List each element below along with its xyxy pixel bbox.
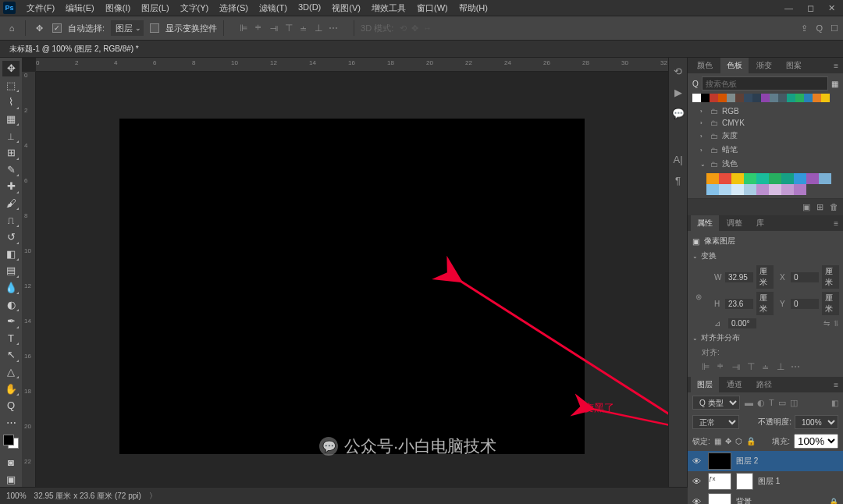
eyedropper-tool[interactable]: ✎ <box>2 162 20 178</box>
layer-row[interactable]: 👁图层 2 <box>688 451 843 471</box>
swatch-grid-icon[interactable]: ▦ <box>831 80 838 88</box>
tab-patterns[interactable]: 图案 <box>780 58 808 73</box>
x-field[interactable]: 0 <box>791 272 819 282</box>
tab-libraries[interactable]: 库 <box>750 215 770 231</box>
layer-row[interactable]: 👁ƒx图层 1 <box>688 471 843 492</box>
align-left-icon[interactable]: ⊫ <box>240 23 247 34</box>
filter-type-icon[interactable]: T <box>769 398 774 408</box>
menu-help[interactable]: 帮助(H) <box>454 1 493 16</box>
pen-tool[interactable]: ✒ <box>2 314 20 329</box>
new-swatch-icon[interactable]: ⊞ <box>816 202 823 212</box>
menu-type[interactable]: 文字(Y) <box>176 1 214 16</box>
screen-mode-tool[interactable]: ▣ <box>2 471 20 487</box>
filter-toggle[interactable]: ◧ <box>831 399 838 407</box>
object-select-tool[interactable]: ▦ <box>2 112 20 127</box>
menu-file[interactable]: 文件(F) <box>22 1 59 16</box>
menu-plugins[interactable]: 增效工具 <box>367 1 411 16</box>
swatch[interactable] <box>787 94 795 102</box>
align-vcenter-icon[interactable]: ⫨ <box>761 361 770 372</box>
tab-swatches[interactable]: 色板 <box>720 58 749 73</box>
layer-name[interactable]: 背景 <box>736 496 752 504</box>
swatch[interactable] <box>781 173 794 184</box>
menu-layer[interactable]: 图层(L) <box>137 1 173 16</box>
menu-edit[interactable]: 编辑(E) <box>61 1 99 16</box>
panel-menu-icon[interactable]: ≡ <box>827 378 843 392</box>
swatch[interactable] <box>719 184 731 195</box>
width-field[interactable]: 32.95 <box>725 272 753 282</box>
swatch[interactable] <box>804 94 813 102</box>
minimize-button[interactable]: — <box>784 3 793 13</box>
tab-gradients[interactable]: 渐变 <box>750 58 778 73</box>
swatch[interactable] <box>819 173 831 184</box>
new-group-icon[interactable]: ▣ <box>802 202 810 212</box>
dodge-tool[interactable]: ◐ <box>2 296 20 312</box>
swatch[interactable] <box>806 173 819 184</box>
visibility-toggle[interactable]: 👁 <box>692 497 703 504</box>
layer-thumbnail[interactable] <box>708 453 731 470</box>
filter-smart-icon[interactable]: ◫ <box>790 398 798 408</box>
lock-pixels-icon[interactable]: ▦ <box>714 437 721 445</box>
path-select-tool[interactable]: ↖ <box>2 347 20 363</box>
swatch[interactable] <box>692 94 701 102</box>
swatch[interactable] <box>719 173 731 184</box>
color-swatches[interactable] <box>3 435 19 449</box>
stamp-tool[interactable]: ⎍ <box>2 212 20 228</box>
align-bottom-icon[interactable]: ⊥ <box>315 23 322 34</box>
blend-mode-dropdown[interactable]: 正常 <box>692 415 739 429</box>
shape-tool[interactable]: △ <box>2 364 20 380</box>
menu-select[interactable]: 选择(S) <box>215 1 253 16</box>
hand-tool[interactable]: ✋ <box>2 381 20 396</box>
align-hcenter-icon[interactable]: ⫩ <box>716 361 725 372</box>
flip-v-icon[interactable]: ⥮ <box>833 319 839 328</box>
swatch[interactable] <box>706 173 719 184</box>
height-field[interactable]: 23.6 <box>725 299 753 309</box>
search-icon[interactable]: Q <box>816 23 823 34</box>
swatch-search-input[interactable] <box>702 76 828 91</box>
brush-tool[interactable]: 🖌 <box>2 196 20 211</box>
delete-swatch-icon[interactable]: 🗑 <box>830 202 838 212</box>
transform-section-label[interactable]: 变换 <box>701 250 717 261</box>
swatch-folder[interactable]: ⌄🗀浅色 <box>692 157 838 171</box>
swatch-folder[interactable]: ›🗀RGB <box>692 105 838 117</box>
swatch[interactable] <box>744 94 752 102</box>
auto-select-dropdown[interactable]: 图层 <box>111 20 144 36</box>
paragraph-panel-icon[interactable]: ¶ <box>675 175 681 186</box>
fill-dropdown[interactable]: 100% <box>794 434 838 449</box>
filter-pixel-icon[interactable]: ▬ <box>745 398 753 408</box>
swatch[interactable] <box>813 94 821 102</box>
swatch[interactable] <box>756 173 769 184</box>
swatch[interactable] <box>794 184 806 195</box>
document-info[interactable]: 32.95 厘米 x 23.6 厘米 (72 ppi) <box>34 491 141 502</box>
opacity-dropdown[interactable]: 100% <box>795 415 838 429</box>
tab-adjustments[interactable]: 调整 <box>720 215 749 231</box>
workspace-icon[interactable]: ☐ <box>831 23 838 34</box>
tab-paths[interactable]: 路径 <box>750 377 778 392</box>
frame-tool[interactable]: ⊞ <box>2 145 20 161</box>
swatch[interactable] <box>744 173 756 184</box>
swatch[interactable] <box>731 184 744 195</box>
menu-window[interactable]: 窗口(W) <box>412 1 453 16</box>
tab-color[interactable]: 颜色 <box>691 58 719 73</box>
share-icon[interactable]: ⇪ <box>801 23 808 34</box>
lock-all-icon[interactable]: 🔒 <box>746 437 756 445</box>
character-panel-icon[interactable]: A| <box>673 154 682 165</box>
more-align-icon[interactable]: ⋯ <box>329 23 338 34</box>
canvas[interactable] <box>119 119 585 454</box>
blur-tool[interactable]: 💧 <box>2 280 20 296</box>
comments-panel-icon[interactable]: 💬 <box>672 108 685 119</box>
eraser-tool[interactable]: ◧ <box>2 247 20 262</box>
swatch[interactable] <box>706 184 719 195</box>
swatch[interactable] <box>761 94 770 102</box>
visibility-toggle[interactable]: 👁 <box>692 477 703 486</box>
swatch-folder[interactable]: ›🗀灰度 <box>692 129 838 143</box>
align-section-label[interactable]: 对齐并分布 <box>701 332 740 343</box>
swatch[interactable] <box>731 173 744 184</box>
swatch[interactable] <box>821 94 830 102</box>
align-hcenter-icon[interactable]: ⫩ <box>254 23 263 34</box>
lock-nest-icon[interactable]: ⬡ <box>735 437 742 445</box>
swatch[interactable] <box>718 94 727 102</box>
layer-thumbnail[interactable] <box>708 493 731 504</box>
swatch[interactable] <box>781 184 794 195</box>
panel-menu-icon[interactable]: ≡ <box>827 217 843 230</box>
swatch[interactable] <box>752 94 761 102</box>
